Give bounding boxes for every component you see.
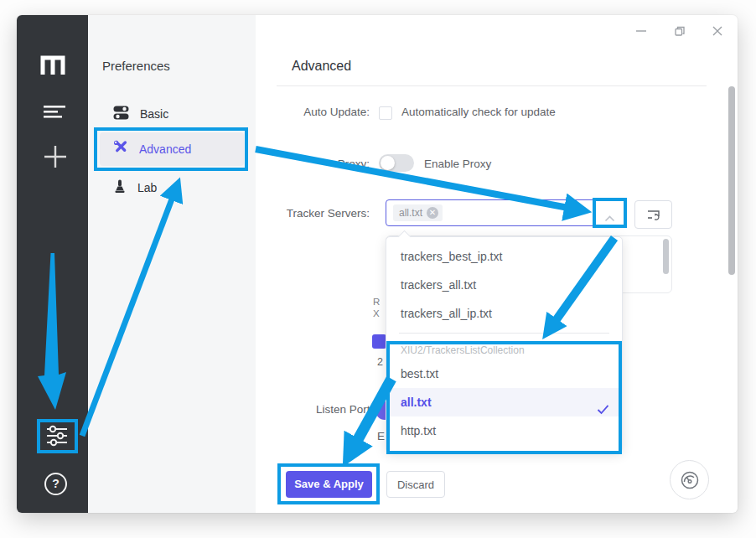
- group-highlight-box: [386, 341, 622, 454]
- main-scrollbar[interactable]: [728, 86, 735, 275]
- hint-fragment: E: [377, 430, 385, 442]
- minimize-button[interactable]: [630, 20, 652, 42]
- main-content: Advanced Auto Update: Automatically chec…: [256, 15, 738, 513]
- proxy-toggle-label: Enable Proxy: [424, 158, 491, 170]
- preferences-highlight-box: [37, 419, 78, 453]
- toggles-icon: [113, 106, 129, 123]
- speed-limit-button[interactable]: [670, 460, 709, 499]
- screenshot-stage: ? Preferences Basic: [0, 0, 756, 538]
- hint-fragment: X: [373, 308, 380, 318]
- preferences-sliders-icon[interactable]: [45, 425, 69, 450]
- checked-checkbox-fragment[interactable]: [372, 334, 386, 349]
- proxy-label: Proxy:: [256, 158, 370, 170]
- auto-update-checkbox-label[interactable]: Automatically check for update: [401, 106, 556, 118]
- dropdown-item[interactable]: trackers_best_ip.txt: [386, 242, 622, 271]
- chevron-highlight-box: [593, 198, 627, 228]
- auto-update-label: Auto Update:: [256, 106, 370, 118]
- auto-update-checkbox[interactable]: [379, 106, 392, 120]
- task-list-icon[interactable]: [43, 104, 66, 122]
- app-sidebar: ?: [17, 15, 88, 513]
- app-window: ? Preferences Basic: [17, 15, 738, 513]
- toggle-knob: [381, 156, 395, 170]
- close-button[interactable]: [707, 20, 728, 42]
- sidebar-item-label: Basic: [140, 107, 168, 121]
- discard-button[interactable]: Discard: [386, 471, 445, 498]
- sidebar-item-label: Lab: [137, 181, 157, 194]
- title-divider: [277, 85, 707, 86]
- tracker-servers-label: Tracker Servers:: [256, 207, 370, 220]
- preferences-title: Preferences: [102, 59, 170, 73]
- save-apply-button[interactable]: Save & Apply: [286, 471, 372, 498]
- tag-close-icon[interactable]: ✕: [427, 207, 438, 219]
- listen-ports-label: Listen Ports:: [256, 403, 379, 416]
- textarea-scrollbar[interactable]: [663, 239, 669, 274]
- speedometer-icon: [680, 470, 700, 490]
- lab-stamp-icon: [113, 179, 127, 197]
- selected-tag: all.txt ✕: [393, 204, 443, 221]
- sidebar-item-lab[interactable]: Lab: [100, 171, 244, 204]
- proxy-toggle[interactable]: [379, 154, 414, 172]
- add-task-icon[interactable]: [44, 144, 67, 173]
- hint-fragment: 2: [377, 356, 383, 368]
- advanced-highlight-box: [94, 127, 248, 171]
- maximize-button[interactable]: [669, 20, 691, 42]
- dropdown-caret: [398, 230, 412, 244]
- sidebar-item-basic[interactable]: Basic: [100, 97, 244, 131]
- dropdown-item[interactable]: trackers_all_ip.txt: [386, 299, 622, 328]
- sync-trackers-button[interactable]: [634, 200, 672, 229]
- tracker-servers-select[interactable]: all.txt ✕: [386, 199, 626, 226]
- dropdown-item[interactable]: trackers_all.txt: [386, 271, 622, 299]
- help-icon[interactable]: ?: [44, 473, 67, 495]
- motrix-logo-icon: [39, 52, 66, 79]
- page-title: Advanced: [292, 59, 351, 74]
- hint-fragment: R: [373, 297, 380, 307]
- preferences-panel: Preferences Basic: [88, 15, 256, 513]
- tag-text: all.txt: [399, 207, 422, 219]
